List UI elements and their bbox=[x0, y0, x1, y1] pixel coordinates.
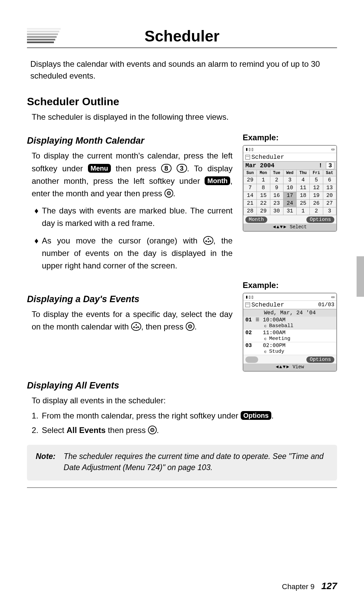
cal-cell-selected: 17 bbox=[283, 192, 296, 200]
phone-month-screenshot: ▮▯▯ ▭ Scheduler Mar 2004 ! 3 Sun Mon Tue bbox=[243, 145, 337, 232]
bottom-rule bbox=[27, 487, 337, 488]
text: , then press bbox=[141, 322, 186, 331]
cal-cell: 23 bbox=[270, 200, 283, 207]
page-number: 127 bbox=[321, 581, 337, 591]
calendar-grid: Sun Mon Tue Wed Thu Fri Sat 29 1 2 3 4 5… bbox=[243, 170, 336, 215]
note-label: Note: bbox=[36, 451, 56, 473]
dow-head: Fri bbox=[310, 170, 323, 176]
cal-cell: 18 bbox=[297, 192, 310, 200]
page-title: Scheduler bbox=[27, 27, 337, 45]
cal-cell: 8 bbox=[257, 184, 270, 192]
cal-cell: 29 bbox=[257, 207, 270, 215]
cal-cell: 6 bbox=[323, 176, 336, 184]
soft-left-blank: __ bbox=[245, 356, 258, 363]
cal-cell: 20 bbox=[323, 192, 336, 200]
event-index: 02 bbox=[245, 330, 255, 336]
signal-icon: ▮▯▯ bbox=[245, 146, 254, 152]
event-list: 01 ☰ 10:00AM Baseball 02 11:00AM Meeting… bbox=[243, 317, 336, 355]
hint-text: View bbox=[293, 364, 304, 370]
text: then press bbox=[108, 426, 148, 435]
dow-head: Sat bbox=[323, 170, 336, 176]
nav-arrows-icon: ◄▲▼► bbox=[276, 364, 290, 370]
hint-bar: ◄▲▼► Select bbox=[243, 224, 336, 231]
nav-key-icon: ◄► bbox=[203, 236, 213, 245]
text: then press bbox=[116, 164, 161, 173]
cal-cell: 25 bbox=[297, 200, 310, 207]
text: As you move the cursor (orange) with bbox=[42, 236, 203, 245]
cal-cell: 1 bbox=[257, 176, 270, 184]
app-title: Scheduler bbox=[251, 301, 284, 308]
section-heading-outline: Scheduler Outline bbox=[27, 95, 337, 108]
event-subject: Study bbox=[263, 349, 334, 354]
options-key-icon: Options bbox=[241, 411, 272, 420]
event-index: 01 bbox=[245, 317, 255, 323]
cal-cell: 2 bbox=[310, 207, 323, 215]
cal-cell: 13 bbox=[323, 184, 336, 192]
status-bar: ▮▯▯ ▭ bbox=[243, 146, 336, 153]
diamond-bullet-icon: ♦ bbox=[34, 234, 38, 272]
text: Select bbox=[42, 426, 66, 435]
title-rule bbox=[27, 47, 337, 48]
event-time: 02:00PM bbox=[263, 343, 334, 349]
cal-cell: 4 bbox=[297, 176, 310, 184]
calendar-icon bbox=[245, 155, 250, 160]
month-label: Mar 2004 bbox=[245, 162, 274, 169]
step-number: 1. bbox=[32, 409, 38, 422]
text: . bbox=[194, 322, 197, 331]
cal-cell: 1 bbox=[297, 207, 310, 215]
day-date: Wed, Mar, 24 '04 bbox=[243, 309, 336, 317]
page-header: Scheduler bbox=[27, 27, 337, 45]
all-events-label: All Events bbox=[66, 426, 105, 435]
cal-cell: 30 bbox=[270, 207, 283, 215]
ok-key-icon bbox=[164, 189, 173, 198]
event-position: 01/03 bbox=[318, 302, 334, 308]
chapter-label: Chapter 9 bbox=[282, 582, 315, 591]
dow-head: Sun bbox=[244, 170, 257, 176]
cal-cell: 27 bbox=[323, 200, 336, 207]
cal-cell: 29 bbox=[244, 176, 257, 184]
signal-icon: ▮▯▯ bbox=[245, 294, 254, 300]
thumb-tab bbox=[357, 256, 364, 297]
cal-cell: 9 bbox=[270, 184, 283, 192]
dow-head: Thu bbox=[297, 170, 310, 176]
nav-arrows-icon: ◄▲▼► bbox=[273, 224, 287, 230]
cal-cell: 26 bbox=[310, 200, 323, 207]
event-time: 11:00AM bbox=[263, 330, 334, 336]
dow-head: Tue bbox=[270, 170, 283, 176]
nav-key-icon: ◄► bbox=[131, 322, 141, 331]
status-bar: ▮▯▯ ▭ bbox=[243, 293, 336, 301]
cal-cell: 28 bbox=[244, 207, 257, 215]
cal-cell: 5 bbox=[310, 176, 323, 184]
recurrence-icon: ☰ bbox=[255, 317, 262, 322]
cal-cell: 11 bbox=[297, 184, 310, 192]
battery-icon: ▭ bbox=[332, 294, 334, 300]
event-row: 03 02:00PM Study bbox=[243, 342, 336, 355]
cal-cell: 14 bbox=[244, 192, 257, 200]
ok-key-icon bbox=[148, 426, 157, 434]
cal-cell: 21 bbox=[244, 200, 257, 207]
event-index: 03 bbox=[245, 343, 255, 349]
text: From the month calendar, press the right… bbox=[42, 411, 241, 420]
phone-day-screenshot: ▮▯▯ ▭ Scheduler 01/03 Wed, Mar, 24 '04 0… bbox=[243, 293, 337, 372]
event-count-badge: 3 bbox=[326, 162, 334, 169]
battery-icon: ▭ bbox=[332, 146, 334, 152]
step-text: Select All Events then press . bbox=[42, 424, 159, 436]
text: . bbox=[157, 426, 159, 435]
event-row: 02 11:00AM Meeting bbox=[243, 329, 336, 342]
note-box: Note: The scheduler requires the current… bbox=[27, 445, 337, 481]
alert-icon: ! bbox=[319, 162, 323, 169]
cal-cell: 31 bbox=[283, 207, 296, 215]
subheading-all: Displaying All Events bbox=[27, 380, 337, 391]
all-steps: 1. From the month calendar, press the ri… bbox=[32, 409, 337, 436]
event-subject: Baseball bbox=[263, 323, 334, 329]
text: . bbox=[173, 189, 176, 198]
section-body-outline: The scheduler is displayed in the follow… bbox=[32, 111, 337, 123]
menu-key-icon: Menu bbox=[88, 164, 111, 173]
bullet-text: The days with events are marked blue. Th… bbox=[42, 204, 233, 229]
app-title: Scheduler bbox=[251, 154, 284, 161]
intro-paragraph: Displays the calendar with events and so… bbox=[30, 58, 337, 82]
cal-cell: 24 bbox=[283, 200, 296, 207]
diamond-bullet-icon: ♦ bbox=[34, 204, 38, 229]
subheading-month: Displaying Month Calendar bbox=[27, 136, 233, 146]
cal-cell: 3 bbox=[323, 207, 336, 215]
